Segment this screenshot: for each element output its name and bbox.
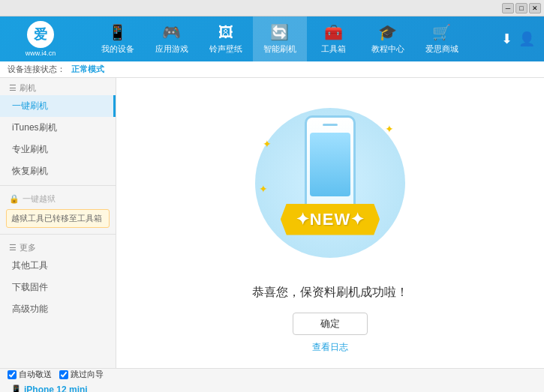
more-section-label: ☰ 更多	[0, 238, 116, 255]
lock-icon: 🔒	[9, 194, 20, 204]
nav-store-label: 爱思商城	[425, 43, 458, 55]
nav-apps[interactable]: 🎮 应用游戏	[145, 16, 199, 61]
content-area: ✦ ✦ ✦ ✦NEW✦ 恭喜您，保资料刷机成功啦！ 确定 查看日志	[116, 78, 544, 368]
logo-icon: 爱	[27, 21, 54, 48]
logo-url: www.i4.cn	[26, 49, 56, 57]
main-layout: ☰ 刷机 一键刷机 iTunes刷机 专业刷机 恢复刷机 🔒 一键越狱 越狱工具…	[0, 78, 544, 368]
nav-my-device-label: 我的设备	[101, 43, 134, 55]
flash-section-icon: ☰	[9, 83, 17, 93]
apps-icon: 🎮	[162, 23, 181, 41]
nav-toolbox-label: 工具箱	[321, 43, 346, 55]
status-label: 设备连接状态：	[8, 64, 65, 75]
phone-illustration: ✦ ✦ ✦ ✦NEW✦	[248, 93, 413, 273]
skip-wizard-label: 跳过向导	[71, 369, 104, 380]
jailbreak-warning: 越狱工具已转移至工具箱	[6, 209, 110, 228]
nav-tutorial[interactable]: 🎓 教程中心	[361, 16, 415, 61]
nav-wallpaper-label: 铃声壁纸	[209, 43, 242, 55]
sidebar-divider-2	[0, 234, 116, 235]
close-button[interactable]: ✕	[529, 3, 541, 13]
auto-send-checkbox-container[interactable]: 自动敬送	[8, 369, 52, 380]
nav-bar: 📱 我的设备 🎮 应用游戏 🖼 铃声壁纸 🔄 智能刷机 🧰 工具箱 🎓 教程中心…	[75, 16, 484, 61]
new-ribbon: ✦NEW✦	[281, 204, 380, 235]
wallpaper-icon: 🖼	[218, 24, 233, 41]
nav-my-device[interactable]: 📱 我的设备	[91, 16, 145, 61]
nav-toolbox[interactable]: 🧰 工具箱	[307, 16, 361, 61]
skip-wizard-checkbox-container[interactable]: 跳过向导	[59, 369, 104, 380]
nav-apps-label: 应用游戏	[155, 43, 188, 55]
user-header-icon[interactable]: 👤	[518, 31, 535, 47]
nav-smart-flash[interactable]: 🔄 智能刷机	[253, 16, 307, 61]
device-icon: 📱	[11, 385, 22, 392]
nav-tutorial-label: 教程中心	[371, 43, 404, 55]
sidebar-other-tools[interactable]: 其他工具	[0, 255, 116, 277]
sidebar-pro-flash[interactable]: 专业刷机	[0, 139, 116, 160]
confirm-button[interactable]: 确定	[293, 313, 368, 335]
maximize-button[interactable]: □	[515, 3, 527, 13]
nav-smart-flash-label: 智能刷机	[263, 43, 296, 55]
sidebar-divider-1	[0, 185, 116, 186]
success-text: 恭喜您，保资料刷机成功啦！	[252, 285, 408, 301]
auto-send-checkbox[interactable]	[8, 370, 17, 379]
sidebar-one-click-flash[interactable]: 一键刷机	[0, 95, 116, 117]
sparkle-2: ✦	[385, 123, 394, 135]
device-name: 📱 iPhone 12 mini	[11, 385, 88, 392]
download-header-icon[interactable]: ⬇	[501, 31, 512, 47]
skip-wizard-checkbox[interactable]	[59, 370, 68, 379]
title-bar: ─ □ ✕	[0, 0, 544, 16]
toolbox-icon: 🧰	[324, 23, 343, 41]
sparkle-3: ✦	[259, 183, 268, 195]
phone-screen	[310, 133, 350, 196]
my-device-icon: 📱	[108, 23, 127, 41]
device-status-bar: 自动敬送 跳过向导 📱 iPhone 12 mini 64GB Down-12m…	[0, 368, 544, 392]
ribbon-text: ✦NEW✦	[281, 204, 380, 235]
logo-area: 爱 www.i4.cn	[0, 21, 75, 57]
sparkle-1: ✦	[263, 138, 272, 150]
status-value: 正常模式	[71, 64, 104, 75]
flash-section-label: ☰ 刷机	[0, 78, 116, 95]
store-icon: 🛒	[432, 23, 451, 41]
minimize-button[interactable]: ─	[502, 3, 514, 13]
sidebar-download-firmware[interactable]: 下载固件	[0, 277, 116, 298]
device-info: 📱 iPhone 12 mini 64GB Down-12mini-13,1	[11, 385, 88, 392]
auto-send-label: 自动敬送	[19, 369, 52, 380]
window-controls[interactable]: ─ □ ✕	[502, 3, 541, 13]
header: 爱 www.i4.cn 📱 我的设备 🎮 应用游戏 🖼 铃声壁纸 🔄 智能刷机 …	[0, 16, 544, 61]
view-log-link[interactable]: 查看日志	[312, 341, 348, 354]
more-icon: ☰	[9, 243, 17, 253]
smart-flash-icon: 🔄	[270, 23, 289, 41]
tutorial-icon: 🎓	[378, 23, 397, 41]
nav-wallpaper[interactable]: 🖼 铃声壁纸	[199, 16, 253, 61]
sidebar-advanced[interactable]: 高级功能	[0, 298, 116, 320]
jailbreak-section-label: 🔒 一键越狱	[0, 189, 116, 206]
status-bar: 设备连接状态： 正常模式	[0, 61, 544, 78]
phone-shape	[305, 115, 356, 213]
header-right: ⬇ 👤	[484, 31, 544, 47]
sidebar-itunes-flash[interactable]: iTunes刷机	[0, 117, 116, 139]
nav-store[interactable]: 🛒 爱思商城	[415, 16, 469, 61]
sidebar: ☰ 刷机 一键刷机 iTunes刷机 专业刷机 恢复刷机 🔒 一键越狱 越狱工具…	[0, 78, 116, 368]
sidebar-restore-flash[interactable]: 恢复刷机	[0, 160, 116, 182]
